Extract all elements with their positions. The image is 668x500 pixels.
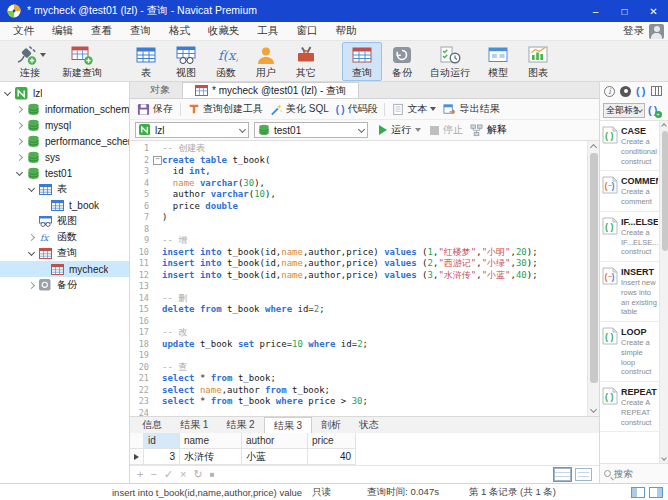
sidebar-item-information_schema[interactable]: information_schema: [0, 101, 129, 117]
user-avatar[interactable]: [649, 24, 664, 39]
sidebar-item-函数[interactable]: fx函数: [0, 229, 129, 245]
form-view-icon[interactable]: [575, 468, 592, 481]
column-header-name[interactable]: name: [180, 433, 242, 449]
code-line[interactable]: 1-- 创建表: [130, 143, 599, 155]
sidebar-item-mysql[interactable]: mysql: [0, 117, 129, 133]
toolbar-backup-button[interactable]: 备份: [382, 42, 422, 81]
code-line[interactable]: 7): [130, 212, 599, 224]
result-tab-剖析[interactable]: 剖析: [312, 417, 350, 433]
remove-record-icon[interactable]: −: [150, 469, 156, 480]
stop-button[interactable]: 停止: [430, 123, 463, 137]
tree-chevron-icon[interactable]: [28, 184, 35, 191]
scroll-down-icon[interactable]: [590, 406, 597, 413]
code-line[interactable]: 23select * from t_book where price > 30;: [130, 396, 599, 408]
explain-button[interactable]: 解释: [470, 123, 507, 137]
code-line[interactable]: 6 price double: [130, 201, 599, 213]
code-line[interactable]: 13: [130, 281, 599, 293]
code-line[interactable]: 21select * from t_book;: [130, 373, 599, 385]
result-tab-信息[interactable]: 信息: [133, 417, 171, 433]
tree-chevron-icon[interactable]: [28, 248, 35, 255]
menu-查看[interactable]: 查看: [82, 24, 121, 38]
sidebar-item-test01[interactable]: test01: [0, 165, 129, 181]
tab-query[interactable]: * mycheck @test01 (lzl) - 查询: [182, 82, 359, 98]
tree-chevron-icon[interactable]: [16, 137, 23, 144]
tree-chevron-icon[interactable]: [28, 281, 35, 288]
grid-view-icon[interactable]: [554, 468, 571, 481]
tree-chevron-icon[interactable]: [16, 168, 23, 175]
text-mode-button[interactable]: 文本: [392, 102, 436, 116]
code-line[interactable]: 11insert into t_book(id,name,author,pric…: [130, 258, 599, 270]
code-line[interactable]: 15delete from t_book where id=2;: [130, 304, 599, 316]
code-line[interactable]: 9-- 增: [130, 235, 599, 247]
snippet-item-LOOP[interactable]: ( )LOOPCreate a simple loop construct: [600, 322, 659, 382]
code-line[interactable]: 3 id int,: [130, 166, 599, 178]
code-snippet-button[interactable]: ( ) 代码段: [336, 102, 378, 116]
code-line[interactable]: 2create table t_book(: [130, 155, 599, 167]
code-line[interactable]: 19: [130, 350, 599, 362]
database-select[interactable]: test01: [254, 122, 368, 138]
close-button[interactable]: ✕: [639, 0, 668, 22]
beautify-sql-button[interactable]: 美化 SQL: [270, 102, 329, 116]
tree-chevron-icon[interactable]: [16, 121, 23, 128]
info-tab-icon[interactable]: i: [604, 86, 615, 97]
code-line[interactable]: 18update t_book set price=10 where id=2;: [130, 339, 599, 351]
minimize-button[interactable]: –: [581, 0, 610, 22]
add-record-icon[interactable]: +: [137, 469, 143, 480]
result-tab-状态[interactable]: 状态: [350, 417, 388, 433]
sidebar-item-表[interactable]: 表: [0, 181, 129, 197]
toggle-left-pane-icon[interactable]: [631, 487, 645, 498]
dictionary-tab-icon[interactable]: [651, 86, 662, 96]
query-builder-button[interactable]: 查询创建工具: [188, 102, 263, 116]
dropdown-caret-icon[interactable]: [40, 53, 46, 57]
menu-帮助[interactable]: 帮助: [327, 24, 366, 38]
discard-record-icon[interactable]: ×: [180, 469, 186, 480]
snippet-item-REPEAT[interactable]: ( )REPEATCreate A REPEAT construct: [600, 382, 659, 432]
refresh-record-icon[interactable]: ↻: [194, 469, 203, 480]
menu-窗口[interactable]: 窗口: [288, 24, 327, 38]
tree-chevron-icon[interactable]: [4, 88, 11, 95]
menu-文件[interactable]: 文件: [4, 24, 43, 38]
toolbar-model-button[interactable]: 模型: [478, 42, 518, 81]
menu-编辑[interactable]: 编辑: [43, 24, 82, 38]
snippet-scrollbar[interactable]: [659, 121, 668, 463]
result-tab-结果 1[interactable]: 结果 1: [171, 417, 217, 433]
menu-查询[interactable]: 查询: [121, 24, 160, 38]
maximize-button[interactable]: □: [610, 0, 639, 22]
snippet-tab-icon[interactable]: ( ): [636, 85, 646, 97]
toolbar-autorun-button[interactable]: 自动运行: [422, 42, 478, 81]
toolbar-new-query-button[interactable]: 新建查询: [54, 42, 110, 81]
toolbar-query-button[interactable]: 查询: [342, 42, 382, 81]
login-button[interactable]: 登录: [623, 24, 644, 38]
snippet-filter-select[interactable]: 全部标签: [603, 103, 645, 118]
save-button[interactable]: 保存: [137, 102, 173, 116]
snippet-item-COMMENT[interactable]: (~)COMMENTCreate a comment: [600, 171, 659, 212]
column-header-author[interactable]: author: [242, 433, 308, 449]
scroll-up-icon[interactable]: [661, 123, 667, 129]
sidebar-item-performance_schema[interactable]: performance_schema: [0, 133, 129, 149]
fold-collapse-icon[interactable]: [152, 155, 162, 167]
run-button[interactable]: 运行: [379, 123, 421, 137]
scrollbar-thumb[interactable]: [590, 153, 598, 383]
column-header-id[interactable]: id: [144, 433, 180, 449]
new-snippet-button[interactable]: ( ) +: [648, 104, 658, 116]
toolbar-user-button[interactable]: 用户: [246, 42, 286, 81]
cell-id[interactable]: 3: [144, 449, 180, 465]
cell-price[interactable]: 40: [308, 449, 356, 465]
sql-editor[interactable]: 1-- 创建表2create table t_book(3 id int,4 n…: [130, 141, 599, 416]
sidebar-item-视图[interactable]: 视图: [0, 213, 129, 229]
result-tab-结果 2[interactable]: 结果 2: [217, 417, 263, 433]
snippet-item-IF...ELSE[interactable]: ( )IF...ELSECreate a IF...ELSE... constr…: [600, 212, 659, 262]
toolbar-other-button[interactable]: 其它: [286, 42, 326, 81]
toggle-right-pane-icon[interactable]: [649, 487, 663, 498]
snippet-search-input[interactable]: [614, 468, 652, 479]
toolbar-table-button[interactable]: 表: [126, 42, 166, 81]
scrollbar-thumb[interactable]: [662, 131, 668, 251]
sidebar-item-备份[interactable]: 备份: [0, 277, 129, 293]
column-header-price[interactable]: price: [308, 433, 356, 449]
code-line[interactable]: 17-- 改: [130, 327, 599, 339]
sidebar-item-lzl[interactable]: lzl: [0, 85, 129, 101]
cell-author[interactable]: 小蓝: [242, 449, 308, 465]
sidebar-item-t_book[interactable]: t_book: [0, 197, 129, 213]
code-line[interactable]: 10insert into t_book(id,name,author,pric…: [130, 247, 599, 259]
apply-record-icon[interactable]: ✓: [164, 469, 173, 480]
